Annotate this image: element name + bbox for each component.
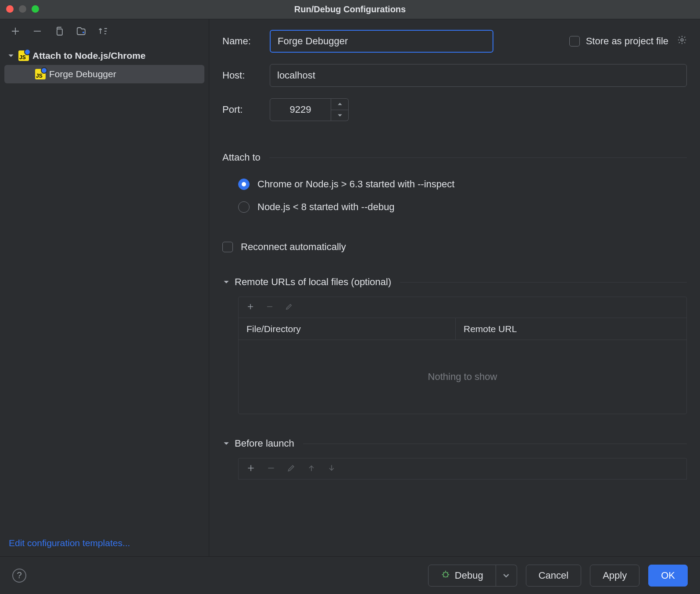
- before-launch-panel: [238, 458, 687, 479]
- debug-split-button: Debug: [428, 565, 517, 587]
- host-label: Host:: [222, 70, 261, 81]
- reconnect-label: Reconnect automatically: [241, 241, 346, 253]
- chevron-down-icon: [222, 278, 230, 286]
- add-config-button[interactable]: [10, 25, 21, 37]
- store-as-project-file-label: Store as project file: [586, 36, 668, 47]
- js-attach-icon: JS: [18, 50, 29, 61]
- sort-config-button[interactable]: [97, 25, 109, 37]
- col-file-directory: File/Directory: [239, 318, 456, 340]
- radio-unselected-icon[interactable]: [238, 201, 250, 213]
- remove-config-button[interactable]: [32, 25, 43, 37]
- minimize-window-button[interactable]: [19, 5, 26, 13]
- svg-rect-0: [57, 29, 62, 35]
- help-button[interactable]: ?: [12, 569, 26, 583]
- zoom-window-button[interactable]: [32, 5, 39, 13]
- reconnect-row[interactable]: Reconnect automatically: [222, 241, 687, 253]
- edit-templates-link[interactable]: Edit configuration templates...: [9, 538, 130, 548]
- config-group-label: Attach to Node.js/Chrome: [32, 50, 146, 61]
- remote-urls-panel: File/Directory Remote URL Nothing to sho…: [238, 297, 687, 414]
- attach-option-debug[interactable]: Node.js < 8 started with --debug: [238, 196, 687, 218]
- add-mapping-button[interactable]: [246, 303, 254, 312]
- before-launch-title: Before launch: [235, 438, 294, 449]
- remote-urls-title: Remote URLs of local files (optional): [235, 276, 391, 288]
- debug-dropdown-button[interactable]: [496, 565, 517, 587]
- sidebar-toolbar: [0, 19, 209, 43]
- window-controls: [6, 5, 39, 13]
- config-item-label: Forge Debugger: [49, 69, 116, 79]
- js-attach-icon: JS: [35, 69, 46, 79]
- store-settings-gear-icon[interactable]: [677, 35, 687, 47]
- move-task-down-button[interactable]: [327, 464, 336, 474]
- port-step-up[interactable]: [331, 99, 348, 110]
- host-input[interactable]: [270, 64, 687, 87]
- edit-mapping-button[interactable]: [285, 303, 293, 312]
- debug-button[interactable]: Debug: [428, 565, 496, 587]
- run-debug-config-window: Run/Debug Configurations: [0, 0, 700, 594]
- name-input[interactable]: [270, 30, 493, 53]
- config-tree: JS Attach to Node.js/Chrome JS Forge Deb…: [0, 43, 209, 531]
- add-task-button[interactable]: [246, 464, 255, 474]
- remote-urls-empty: Nothing to show: [239, 340, 686, 414]
- remove-task-button[interactable]: [267, 464, 275, 474]
- bug-icon: [441, 569, 450, 582]
- remote-urls-header[interactable]: Remote URLs of local files (optional): [222, 276, 687, 288]
- remove-mapping-button[interactable]: [266, 303, 274, 312]
- attach-option-inspect[interactable]: Chrome or Node.js > 6.3 started with --i…: [238, 173, 687, 196]
- port-stepper[interactable]: [331, 98, 349, 121]
- col-remote-url: Remote URL: [456, 324, 525, 334]
- chevron-down-icon: [222, 440, 230, 447]
- dialog-footer: ? Debug Cancel Apply OK: [0, 556, 700, 594]
- svg-point-1: [681, 39, 683, 41]
- port-step-down[interactable]: [331, 110, 348, 121]
- before-launch-header[interactable]: Before launch: [222, 438, 687, 449]
- close-window-button[interactable]: [6, 5, 14, 13]
- titlebar: Run/Debug Configurations: [0, 0, 700, 19]
- config-item-forge-debugger[interactable]: JS Forge Debugger: [4, 65, 204, 83]
- radio-selected-icon[interactable]: [238, 179, 250, 190]
- ok-button[interactable]: OK: [648, 565, 688, 587]
- remote-urls-table-header: File/Directory Remote URL: [239, 318, 686, 340]
- config-form: Name: Store as project file Host: Port:: [209, 19, 700, 556]
- port-input[interactable]: [270, 98, 331, 121]
- store-as-project-file-checkbox[interactable]: [569, 36, 580, 47]
- attach-to-title: Attach to: [222, 152, 261, 163]
- reconnect-checkbox[interactable]: [222, 242, 233, 252]
- apply-button[interactable]: Apply: [590, 565, 639, 587]
- attach-option-debug-label: Node.js < 8 started with --debug: [257, 201, 394, 213]
- config-sidebar: JS Attach to Node.js/Chrome JS Forge Deb…: [0, 19, 209, 556]
- attach-to-section: Attach to: [222, 152, 687, 163]
- save-config-button[interactable]: [75, 25, 87, 37]
- debug-button-label: Debug: [455, 570, 483, 581]
- port-label: Port:: [222, 104, 261, 115]
- chevron-down-icon: [7, 52, 15, 60]
- window-title: Run/Debug Configurations: [294, 4, 406, 14]
- edit-task-button[interactable]: [287, 464, 296, 474]
- move-task-up-button[interactable]: [307, 464, 316, 474]
- config-group-attach-node-chrome[interactable]: JS Attach to Node.js/Chrome: [4, 47, 204, 65]
- copy-config-button[interactable]: [54, 25, 65, 37]
- attach-option-inspect-label: Chrome or Node.js > 6.3 started with --i…: [257, 179, 454, 190]
- cancel-button[interactable]: Cancel: [526, 565, 581, 587]
- name-label: Name:: [222, 36, 261, 47]
